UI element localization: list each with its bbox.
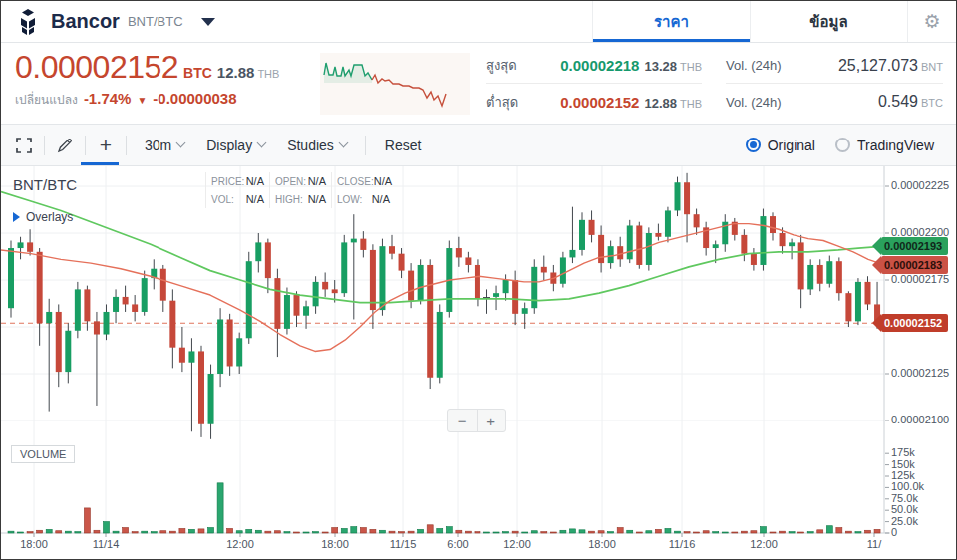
price-thb: 12.88 [217, 64, 255, 81]
vol-unit-btc: BTC [921, 97, 943, 109]
pair-selector[interactable]: Bancor BNT/BTC [1, 1, 215, 42]
radio-tradingview[interactable]: TradingView [835, 138, 934, 153]
candles-layer [8, 173, 880, 439]
radio-selected-icon [746, 138, 761, 152]
chart-toolbar: + 30m Display Studies Reset Original Tra… [1, 125, 956, 166]
active-tool-underline [81, 162, 119, 165]
chevron-down-icon [176, 139, 186, 148]
volume-bnt-row: Vol. (24h) 25,127.073 BNT [726, 48, 943, 84]
pair-code: BNT/BTC [128, 14, 183, 29]
low-row: ต่ำสุด 0.00002152 12.88 THB [486, 84, 702, 120]
time-axis-label: 12:00 [226, 538, 254, 551]
gear-icon[interactable]: ⚙ [907, 1, 956, 42]
app-window: Bancor BNT/BTC ราคา ข้อมูล ⚙ 0.00002152B… [0, 0, 957, 560]
change-label: เปลี่ยนแปลง [15, 90, 78, 109]
low-label: ต่ำสุด [486, 92, 518, 113]
high-label: สูงสุด [486, 55, 517, 76]
volume-axis-label: 0 [891, 526, 897, 539]
zoom-out-button[interactable]: − [448, 410, 477, 431]
chart-pair-label: BNT/BTC [13, 176, 77, 193]
low-value: 0.00002152 [560, 94, 639, 111]
time-axis-label: 18:00 [588, 538, 616, 551]
interval-dropdown[interactable]: 30m [145, 138, 184, 153]
time-axis-label: 18:00 [321, 538, 349, 551]
fullscreen-icon [16, 138, 32, 153]
price-thb-unit: THB [257, 68, 279, 80]
bancor-logo-icon [15, 8, 41, 36]
vol-label-1: Vol. (24h) [726, 58, 782, 73]
price-axis-label: 0.00002175 [891, 273, 949, 286]
change-percent: -1.74% [84, 90, 132, 107]
price-axis-label: 0.00002225 [891, 179, 949, 192]
triangle-right-icon [13, 212, 20, 222]
studies-dropdown[interactable]: Studies [287, 138, 347, 153]
price-axis-tag: 0.00002152 [872, 314, 948, 332]
radio-original[interactable]: Original [746, 138, 815, 153]
down-arrow-icon: ▼ [137, 95, 147, 106]
vol-value-btc: 0.549 [878, 93, 918, 111]
volume-btc-row: Vol. (24h) 0.549 BTC [726, 84, 943, 120]
fullscreen-button[interactable] [11, 133, 37, 158]
reset-button[interactable]: Reset [385, 138, 422, 153]
radio-unselected-icon [835, 138, 850, 152]
tag-arrow-icon [872, 256, 881, 274]
vol-unit-bnt: BNT [921, 61, 943, 73]
chart-engine-switch: Original TradingView [746, 138, 934, 153]
tag-arrow-icon [872, 314, 881, 332]
chevron-down-icon [338, 139, 348, 148]
chevron-down-icon [201, 18, 215, 26]
time-axis-label: 11/16 [669, 538, 696, 551]
high-low-stats: สูงสุด 0.00002218 13.28 THB ต่ำสุด 0.000… [486, 48, 702, 120]
vol-label-2: Vol. (24h) [726, 95, 782, 110]
time-axis-label: 18:00 [20, 538, 48, 551]
chevron-down-icon [257, 139, 267, 148]
price-sparkline [320, 53, 470, 115]
change-value: -0.00000038 [153, 90, 236, 107]
axis-frame [1, 166, 890, 537]
tab-info[interactable]: ข้อมูล [750, 1, 907, 42]
volume-panel-label: VOLUME [11, 445, 75, 463]
pencil-icon [57, 137, 74, 153]
current-price-block: 0.00002152BTC12.88THB เปลี่ยนแปลง -1.74%… [15, 51, 279, 109]
header-tabs: ราคา ข้อมูล ⚙ [592, 1, 956, 42]
high-value: 0.00002218 [560, 57, 639, 74]
time-axis-label: 6:00 [447, 538, 468, 551]
current-price: 0.00002152 [15, 49, 178, 85]
price-axis-tag: 0.00002193 [872, 237, 948, 255]
time-axis-label: 12:00 [750, 538, 778, 551]
low-thb: 12.88 [644, 96, 677, 111]
price-chart-canvas[interactable] [1, 166, 957, 559]
price-summary-bar: 0.00002152BTC12.88THB เปลี่ยนแปลง -1.74%… [1, 43, 956, 125]
zoom-controls: − + [447, 409, 506, 432]
price-axis-label: 0.00002125 [891, 367, 949, 380]
price-currency: BTC [183, 65, 212, 81]
price-axis-label: 0.00002100 [891, 414, 949, 426]
time-axis-label: 11/ [867, 538, 881, 551]
ohlc-info: PRICE:N/A OPEN:N/A CLOSE:N/A VOL:N/A HIG… [205, 172, 395, 208]
top-header: Bancor BNT/BTC ราคา ข้อมูล ⚙ [1, 1, 956, 43]
volume-stats: Vol. (24h) 25,127.073 BNT Vol. (24h) 0.5… [726, 48, 943, 120]
grid-lines [1, 166, 884, 533]
volume-bars-layer [8, 483, 880, 533]
price-axis-tag: 0.00002183 [872, 256, 948, 274]
draw-button[interactable] [52, 133, 78, 158]
time-axis-label: 11/15 [390, 538, 417, 551]
tag-arrow-icon [872, 237, 881, 255]
time-axis-label: 11/14 [93, 538, 120, 551]
chart-area: BNT/BTC Overlays PRICE:N/A OPEN:N/A CLOS… [1, 166, 956, 559]
time-axis-label: 12:00 [503, 538, 531, 551]
zoom-in-button[interactable]: + [477, 410, 506, 431]
add-comparison-button[interactable]: + [93, 133, 119, 158]
display-dropdown[interactable]: Display [206, 138, 265, 153]
high-thb: 13.28 [644, 59, 677, 74]
vol-value-bnt: 25,127.073 [838, 57, 918, 75]
overlays-toggle[interactable]: Overlays [13, 210, 73, 224]
high-row: สูงสุด 0.00002218 13.28 THB [486, 48, 702, 84]
coin-name: Bancor [51, 10, 120, 33]
tab-price[interactable]: ราคา [592, 1, 750, 42]
